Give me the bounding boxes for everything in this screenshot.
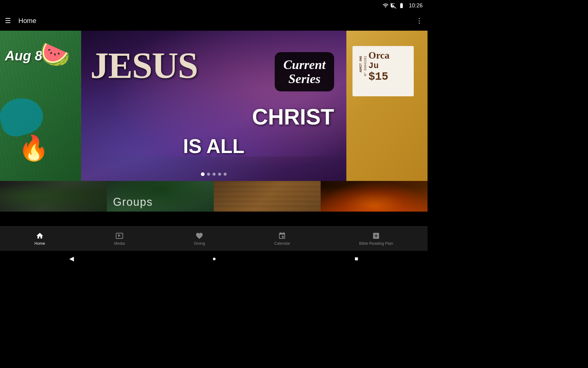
jesus-text: JESUS xyxy=(90,49,198,82)
ticket-card: ADMIT ONE Nº 03642281 Orca Ju $15 xyxy=(352,46,414,96)
back-button[interactable]: ◀ xyxy=(69,255,74,262)
wifi-icon xyxy=(383,2,389,9)
current-series-badge[interactable]: CurrentSeries xyxy=(275,52,334,91)
grid-item-wood[interactable] xyxy=(214,181,321,212)
ticket-subtitle: Ju xyxy=(368,61,410,71)
nav-label-calendar: Calendar xyxy=(274,241,290,246)
fern-decoration xyxy=(0,181,107,212)
christ-text: CHRIST xyxy=(252,104,334,129)
more-options-button[interactable]: ⋮ xyxy=(416,17,423,25)
signal-icon xyxy=(390,2,397,9)
system-navigation-bar: ◀ ● ■ xyxy=(0,251,428,266)
carousel-dot-1[interactable] xyxy=(201,172,205,176)
carousel-dots xyxy=(201,172,227,176)
app-title: Home xyxy=(18,17,416,25)
nav-label-bible-reading: Bible Reading Plan xyxy=(359,241,393,246)
nav-item-media[interactable]: Media xyxy=(109,229,130,248)
camp-event-panel[interactable]: Aug 8 🍉 🔥 xyxy=(0,31,81,181)
isall-text: IS ALL xyxy=(183,135,244,158)
status-time: 10:26 xyxy=(409,2,423,9)
event-ticket-panel[interactable]: ADMIT ONE Nº 03642281 Orca Ju $15 xyxy=(346,31,428,181)
ticket-number: Nº 03642281 xyxy=(364,56,367,76)
carousel-dot-2[interactable] xyxy=(207,173,210,176)
nav-label-home: Home xyxy=(35,241,45,246)
recents-button[interactable]: ■ xyxy=(355,255,358,262)
carousel-dot-3[interactable] xyxy=(213,173,216,176)
ticket-price: $15 xyxy=(368,71,410,83)
grid-item-fire[interactable] xyxy=(321,181,428,212)
carousel-dot-4[interactable] xyxy=(218,173,221,176)
campfire-icon: 🔥 xyxy=(18,134,49,163)
main-content: Aug 8 🍉 🔥 JESUS CHRIST IS ALL CurrentSer… xyxy=(0,31,428,226)
home-button[interactable]: ● xyxy=(212,255,216,262)
nav-item-giving[interactable]: Giving xyxy=(189,229,210,248)
ticket-title: Orca xyxy=(368,50,410,61)
nav-item-bible-reading[interactable]: Bible Reading Plan xyxy=(354,229,398,248)
calendar-icon xyxy=(278,232,286,240)
carousel-dot-5[interactable] xyxy=(224,173,227,176)
media-icon xyxy=(115,232,123,240)
grid-item-groups[interactable]: Groups xyxy=(107,181,214,212)
status-bar: 10:26 xyxy=(0,0,428,11)
ticket-admit-text: ADMIT ONE xyxy=(359,56,363,72)
bible-reading-icon xyxy=(372,232,380,240)
giving-icon xyxy=(195,232,203,240)
hamburger-menu-button[interactable]: ☰ xyxy=(5,17,11,25)
home-icon xyxy=(36,232,44,240)
nav-label-giving: Giving xyxy=(194,241,205,246)
nav-item-calendar[interactable]: Calendar xyxy=(269,229,295,248)
jesus-series-panel[interactable]: JESUS CHRIST IS ALL CurrentSeries xyxy=(81,31,346,181)
nav-item-home[interactable]: Home xyxy=(30,229,50,248)
status-icons: 10:26 xyxy=(383,2,423,9)
app-bar: ☰ Home ⋮ xyxy=(0,11,428,31)
grid-item-ferns[interactable] xyxy=(0,181,107,212)
bottom-navigation: Home Media Giving Calendar Bible Reading… xyxy=(0,226,428,251)
battery-icon xyxy=(398,2,405,9)
watermelon-icon: 🍉 xyxy=(40,40,70,69)
camp-date: Aug 8 xyxy=(5,49,42,63)
nav-label-media: Media xyxy=(114,241,125,246)
hero-carousel[interactable]: Aug 8 🍉 🔥 JESUS CHRIST IS ALL CurrentSer… xyxy=(0,31,428,181)
groups-label: Groups xyxy=(113,196,153,209)
content-grid: Groups xyxy=(0,181,428,212)
